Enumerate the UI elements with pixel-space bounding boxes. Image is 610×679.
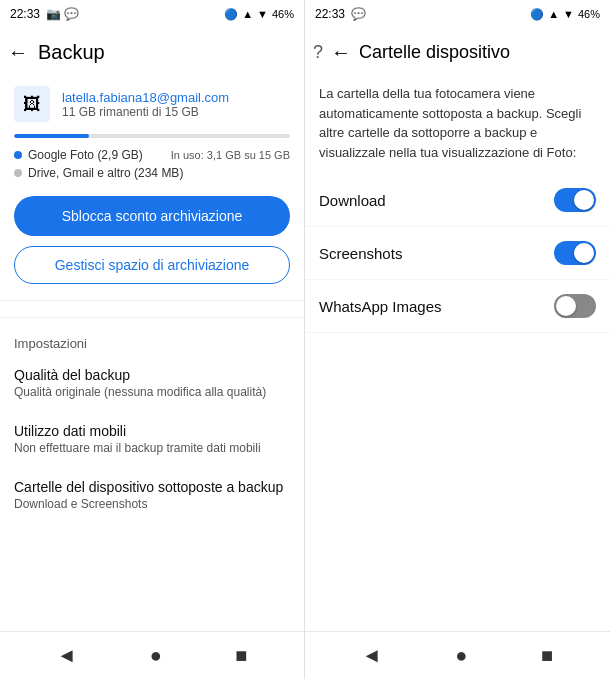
right-signal-icon: ▲ bbox=[548, 8, 559, 20]
left-bt-icon: 🔵 bbox=[224, 8, 238, 21]
settings-item-mobile[interactable]: Utilizzo dati mobili Non effettuare mai … bbox=[0, 411, 304, 467]
settings-mobile-sub: Non effettuare mai il backup tramite dat… bbox=[14, 441, 290, 455]
right-top-bar: ? ← Cartelle dispositivo bbox=[305, 28, 610, 76]
toggle-screenshots-thumb bbox=[574, 243, 594, 263]
storage-usage-photos: In uso: 3,1 GB su 15 GB bbox=[171, 149, 290, 161]
right-panel: 22:33 💬 🔵 ▲ ▼ 46% ? ← Cartelle dispositi… bbox=[305, 0, 610, 679]
divider-1 bbox=[0, 300, 304, 301]
storage-label-photos: Google Foto (2,9 GB) bbox=[28, 148, 143, 162]
settings-section-label: Impostazioni bbox=[0, 326, 304, 355]
account-section: 🖼 latella.fabiana18@gmail.com 11 GB rima… bbox=[0, 76, 304, 128]
left-status-icons: 📷 💬 bbox=[46, 7, 79, 21]
account-info: latella.fabiana18@gmail.com 11 GB rimane… bbox=[62, 90, 229, 119]
left-signal-icon: ▲ bbox=[242, 8, 253, 20]
toggle-whatsapp[interactable] bbox=[554, 294, 596, 318]
toggle-whatsapp-thumb bbox=[556, 296, 576, 316]
toggle-download[interactable] bbox=[554, 188, 596, 212]
dot-photos bbox=[14, 151, 22, 159]
right-nav-back[interactable]: ◄ bbox=[362, 644, 382, 667]
toggle-row-download: Download bbox=[305, 174, 610, 227]
right-page-title: Cartelle dispositivo bbox=[359, 42, 510, 63]
storage-items: Google Foto (2,9 GB) In uso: 3,1 GB su 1… bbox=[0, 138, 304, 184]
toggle-download-thumb bbox=[574, 190, 594, 210]
right-wifi-icon: ▼ bbox=[563, 8, 574, 20]
unlock-storage-button[interactable]: Sblocca sconto archiviazione bbox=[14, 196, 290, 236]
storage-item-drive: Drive, Gmail e altro (234 MB) bbox=[14, 166, 290, 180]
right-time: 22:33 bbox=[315, 7, 345, 21]
left-battery: 46% bbox=[272, 8, 294, 20]
right-nav-home[interactable]: ● bbox=[455, 644, 467, 667]
settings-item-quality[interactable]: Qualità del backup Qualità originale (ne… bbox=[0, 355, 304, 411]
toggle-row-screenshots: Screenshots bbox=[305, 227, 610, 280]
right-back-button[interactable]: ← bbox=[331, 41, 351, 64]
left-nav-home[interactable]: ● bbox=[150, 644, 162, 667]
left-nav-recents[interactable]: ■ bbox=[235, 644, 247, 667]
settings-mobile-title: Utilizzo dati mobili bbox=[14, 423, 290, 439]
settings-quality-title: Qualità del backup bbox=[14, 367, 290, 383]
right-bt-icon: 🔵 bbox=[530, 8, 544, 21]
account-email: latella.fabiana18@gmail.com bbox=[62, 90, 229, 105]
left-bottom-nav: ◄ ● ■ bbox=[0, 631, 304, 679]
storage-label-drive: Drive, Gmail e altro (234 MB) bbox=[28, 166, 183, 180]
toggle-label-download: Download bbox=[319, 192, 386, 209]
right-description: La cartella della tua fotocamera viene a… bbox=[305, 76, 610, 174]
right-bottom-nav: ◄ ● ■ bbox=[305, 631, 610, 679]
left-time: 22:33 bbox=[10, 7, 40, 21]
settings-quality-sub: Qualità originale (nessuna modifica alla… bbox=[14, 385, 290, 399]
left-back-button[interactable]: ← bbox=[8, 41, 28, 64]
left-nav-back[interactable]: ◄ bbox=[57, 644, 77, 667]
account-storage: 11 GB rimanenti di 15 GB bbox=[62, 105, 229, 119]
toggle-label-screenshots: Screenshots bbox=[319, 245, 402, 262]
right-status-icons: 💬 bbox=[351, 7, 366, 21]
left-panel: 22:33 📷 💬 🔵 ▲ ▼ 46% ← Backup 🖼 latella.f… bbox=[0, 0, 305, 679]
settings-item-folders[interactable]: Cartelle del dispositivo sottoposte a ba… bbox=[0, 467, 304, 523]
settings-folders-title: Cartelle del dispositivo sottoposte a ba… bbox=[14, 479, 290, 495]
right-status-bar: 22:33 💬 🔵 ▲ ▼ 46% bbox=[305, 0, 610, 28]
divider-2 bbox=[0, 317, 304, 318]
help-icon[interactable]: ? bbox=[313, 42, 323, 63]
settings-folders-sub: Download e Screenshots bbox=[14, 497, 290, 511]
right-battery: 46% bbox=[578, 8, 600, 20]
dot-drive bbox=[14, 169, 22, 177]
toggle-row-whatsapp: WhatsApp Images bbox=[305, 280, 610, 333]
toggle-label-whatsapp: WhatsApp Images bbox=[319, 298, 442, 315]
storage-item-photos: Google Foto (2,9 GB) In uso: 3,1 GB su 1… bbox=[14, 148, 290, 162]
left-status-bar: 22:33 📷 💬 🔵 ▲ ▼ 46% bbox=[0, 0, 304, 28]
right-nav-recents[interactable]: ■ bbox=[541, 644, 553, 667]
left-wifi-icon: ▼ bbox=[257, 8, 268, 20]
left-top-bar: ← Backup bbox=[0, 28, 304, 76]
left-page-title: Backup bbox=[38, 41, 105, 64]
account-icon: 🖼 bbox=[14, 86, 50, 122]
toggle-screenshots[interactable] bbox=[554, 241, 596, 265]
manage-storage-button[interactable]: Gestisci spazio di archiviazione bbox=[14, 246, 290, 284]
